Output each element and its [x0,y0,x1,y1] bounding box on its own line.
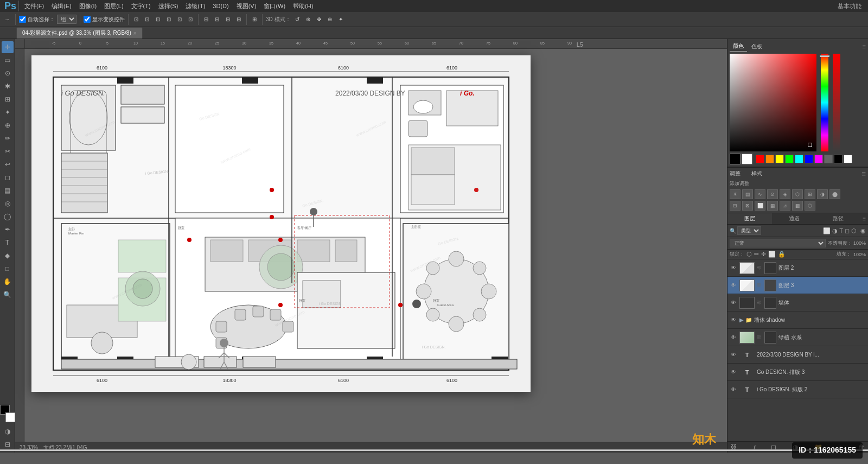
layer-visibility-toggle[interactable]: 👁 [730,316,737,324]
filter-adj-icon[interactable]: ◑ [832,227,838,234]
color-spectrum[interactable] [730,54,816,151]
menu-filter[interactable]: 滤镜(T) [182,1,208,11]
layer-visibility-toggle[interactable]: 👁 [730,299,737,307]
lock-checkerboard[interactable]: ⬡ [746,251,752,258]
black-swatch[interactable] [834,155,843,163]
text-layer-item[interactable]: 👁 T 2022/3/30 DESIGN BY i... [727,346,868,364]
align-right-btn[interactable]: ⊡ [154,15,162,23]
align-left-btn[interactable]: ⊡ [132,15,141,23]
distribute-v-btn[interactable]: ⊟ [213,15,221,23]
magenta-swatch[interactable] [814,155,823,163]
layer-visibility-toggle[interactable]: 👁 [730,334,737,341]
adj-invert[interactable]: ⬜ [755,201,765,211]
green-swatch[interactable] [785,155,794,163]
foreground-background-colors[interactable] [0,405,15,422]
menu-image[interactable]: 图像(I) [76,1,100,11]
adj-bw[interactable]: ◑ [817,189,828,199]
orange-swatch[interactable] [765,155,774,163]
bg-color-swatch[interactable] [742,154,752,164]
select-tool[interactable]: ▭ [2,54,14,66]
tab-channels[interactable]: 通道 [772,213,816,224]
layer-visibility-toggle[interactable]: 👁 [730,351,737,359]
layers-type-filter[interactable]: 类型 [737,226,761,235]
background-color[interactable] [5,412,15,422]
menu-3d[interactable]: 3D(D) [209,2,232,10]
crop-tool[interactable]: ⊞ [2,93,14,105]
red-swatch[interactable] [756,155,764,163]
auto-select-checkbox[interactable] [19,16,26,23]
move-tool[interactable]: ✛ [2,41,14,53]
canvas-area[interactable]: -5 0 5 10 15 20 25 30 35 40 45 50 55 60 … [15,39,727,453]
active-color-swatch[interactable] [730,154,741,164]
adj-photo-filter[interactable]: ⬤ [829,189,840,199]
align-bottom-btn[interactable]: ⊡ [186,15,195,23]
menu-help[interactable]: 帮助(H) [290,1,316,11]
lock-artboard[interactable]: ⬜ [768,251,776,258]
3d-pan-btn[interactable]: ✥ [315,15,323,23]
lock-brush[interactable]: ✏ [754,251,759,258]
adj-levels[interactable]: ▤ [742,189,753,199]
color-panel-menu[interactable]: ≡ [863,41,866,52]
adj-hue[interactable]: ⬡ [792,189,803,199]
layer-group-item[interactable]: 👁 ▶ 📁 墙体 shadow [727,312,868,329]
adj-exposure[interactable]: ⊙ [767,189,778,199]
text-tool[interactable]: T [2,237,14,249]
tab-layers[interactable]: 图层 [727,213,772,224]
move-tool-btn[interactable]: → [2,15,12,23]
dodge-tool[interactable]: ◯ [2,211,14,223]
extra-align-btn[interactable]: ⊞ [250,15,259,23]
screen-mode-btn[interactable]: ⊟ [2,438,14,450]
3d-rotate-btn[interactable]: ↺ [293,15,302,23]
text-layer-item[interactable]: 👁 T Go DESIGN. 排版 3 [727,364,868,381]
blue-swatch[interactable] [805,155,813,163]
menu-file[interactable]: 文件(F) [21,1,47,11]
adj-brightness[interactable]: ☀ [730,189,741,199]
menu-select[interactable]: 选择(S) [155,1,182,11]
layers-panel-menu[interactable]: ≡ [860,213,868,224]
distribute-h2-btn[interactable]: ⊟ [224,15,232,23]
adj-channel-mixer[interactable]: ⊟ [730,201,741,211]
distribute-h-btn[interactable]: ⊟ [202,15,210,23]
blend-mode-select[interactable]: 正常 [730,239,826,247]
zoom-tool[interactable]: 🔍 [2,289,14,301]
3d-scale-btn[interactable]: ⊕ [326,15,334,23]
gradient-tool[interactable]: ▤ [2,185,14,196]
tab-close[interactable]: × [133,30,137,36]
menu-edit[interactable]: 编辑(E) [48,1,75,11]
menu-window[interactable]: 窗口(W) [260,1,289,11]
adj-vibrance[interactable]: ◈ [780,189,790,199]
3d-orbit-btn[interactable]: ⊛ [304,15,312,23]
wand-tool[interactable]: ✱ [2,80,14,92]
layer-visibility-toggle[interactable]: 👁 [730,282,737,289]
lock-move[interactable]: ✛ [761,251,766,258]
menu-layer[interactable]: 图层(L) [101,1,126,11]
shape-tool[interactable]: □ [2,263,14,275]
adj-threshold[interactable]: ⊿ [780,201,790,211]
quick-mask-btn[interactable]: ◑ [2,425,14,437]
history-brush-tool[interactable]: ↩ [2,158,14,170]
filter-toggle[interactable]: ◉ [860,227,866,234]
layer-item[interactable]: 👁 ⛓ 图层 2 [727,259,868,277]
cyan-swatch[interactable] [795,155,803,163]
filter-shape-icon[interactable]: ◻ [845,227,850,234]
adj-selective-color[interactable]: ⬡ [805,201,815,211]
color-tab-swatches[interactable]: 色板 [748,41,765,52]
distribute-v2-btn[interactable]: ⊟ [234,15,243,23]
layer-visibility-toggle[interactable]: 👁 [730,386,737,393]
adj-color-lookup[interactable]: ⊠ [742,201,753,211]
blur-tool[interactable]: ◎ [2,198,14,209]
brush-tool[interactable]: ✏ [2,132,14,144]
layer-item[interactable]: 👁 ⛓ 墙体 [727,294,868,312]
layer-item[interactable]: 👁 ⛓ 图层 3 [727,277,868,294]
eyedropper-tool[interactable]: ✦ [2,106,14,118]
adjustments-menu[interactable]: ≡ [861,170,866,178]
layer-visibility-toggle[interactable]: 👁 [730,264,737,272]
adj-posterize[interactable]: ▦ [767,201,778,211]
hue-bar[interactable] [821,54,828,151]
layer-item[interactable]: 👁 ⛓ 绿植 水系 [727,329,868,346]
adj-gradient-map[interactable]: ▩ [792,201,803,211]
adj-color-balance[interactable]: ⊞ [805,189,815,199]
gray-swatch[interactable] [824,155,833,163]
heal-tool[interactable]: ⊕ [2,119,14,131]
document-tab[interactable]: 04-彩屏源文件.psd @ 33.3% (图层 3, RGB/8) × [16,27,143,39]
